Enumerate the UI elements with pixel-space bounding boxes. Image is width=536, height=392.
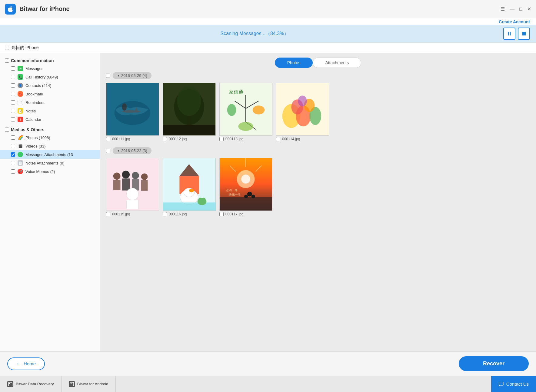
photo-7-checkbox[interactable] (219, 212, 224, 216)
sidebar-item-notes[interactable]: 📝 Notes (0, 107, 100, 115)
date-arrow-2: ▼ (117, 149, 120, 152)
contacts-label: Contacts (414) (25, 83, 51, 88)
notes-attachments-icon: 📄 (18, 160, 23, 166)
svg-rect-1 (510, 32, 511, 35)
voice-memos-checkbox[interactable] (11, 169, 15, 174)
svg-point-50 (241, 174, 250, 184)
create-account-row: Create Account (0, 18, 536, 25)
voice-memos-label: Voice Memos (2) (25, 169, 55, 174)
sidebar-item-voice-memos[interactable]: 🎤 Voice Memos (2) (0, 167, 100, 176)
notes-checkbox[interactable] (11, 109, 15, 113)
videos-checkbox[interactable] (11, 144, 15, 148)
svg-text:快乐一生: 快乐一生 (228, 193, 241, 196)
sidebar-item-messages[interactable]: ✉ Messages (0, 64, 100, 73)
sidebar-item-notes-attachments[interactable]: 📄 Notes Attachments (0) (0, 159, 100, 167)
photo-thumb-2[interactable] (163, 83, 216, 136)
svg-point-57 (251, 195, 255, 198)
date-label-2[interactable]: ▼ 2016-05-22 (3) (113, 147, 151, 154)
photo-thumb-5[interactable] (106, 158, 159, 211)
date-group-1-checkbox[interactable] (106, 74, 110, 78)
photo-label-row-1: 000111.jpg (106, 137, 159, 141)
sidebar-item-videos[interactable]: 🎬 Videos (33) (0, 142, 100, 150)
contact-icon (498, 381, 504, 387)
device-checkbox[interactable] (5, 46, 9, 50)
svg-point-36 (126, 188, 138, 200)
tab-photos[interactable]: Photos (275, 58, 313, 68)
photo-5-checkbox[interactable] (106, 212, 110, 216)
close-button[interactable]: ✕ (527, 6, 531, 12)
svg-rect-61 (9, 383, 10, 384)
photo-thumb-6[interactable] (163, 158, 216, 211)
sidebar-item-messages-attachments[interactable]: 📎 Messages Attachments (13 (0, 150, 100, 159)
bottom-bar: ← Home Recover (0, 351, 536, 376)
photo-thumb-3[interactable]: 家信通 (219, 83, 272, 136)
menu-icon[interactable]: ☰ (501, 6, 505, 12)
photo-thumb-7[interactable]: 运动一乐 快乐一生 (219, 158, 272, 211)
create-account-link[interactable]: Create Account (499, 19, 530, 24)
footer-tab-android[interactable]: Bitwar for Android (62, 376, 116, 392)
tab-bar: Photos Attachments (100, 53, 536, 72)
photo-3-checkbox[interactable] (219, 137, 224, 141)
messages-attachments-checkbox[interactable] (11, 152, 15, 157)
calendar-checkbox[interactable] (11, 117, 15, 121)
svg-point-34 (141, 173, 148, 180)
common-group-checkbox[interactable] (5, 58, 9, 63)
photos-checkbox[interactable] (11, 135, 15, 140)
messages-attachments-label: Messages Attachments (13 (25, 152, 73, 157)
date-label-1[interactable]: ▼ 2016-05-29 (4) (113, 72, 151, 79)
sidebar-item-contacts[interactable]: 👤 Contacts (414) (0, 81, 100, 90)
svg-point-19 (238, 122, 253, 131)
call-history-checkbox[interactable] (11, 75, 15, 79)
sidebar-item-bookmark[interactable]: 🔖 Bookmark (0, 90, 100, 98)
messages-attachments-icon: 📎 (18, 152, 23, 157)
notes-attachments-checkbox[interactable] (11, 161, 15, 165)
pause-button[interactable] (503, 28, 515, 40)
photo-5-filename: 000115.jpg (112, 212, 130, 216)
call-history-icon: 📞 (18, 74, 23, 80)
svg-point-43 (189, 189, 194, 192)
messages-label: Messages (25, 66, 43, 71)
contacts-checkbox[interactable] (11, 83, 15, 88)
svg-rect-54 (220, 197, 272, 211)
svg-point-30 (122, 171, 130, 179)
sidebar-item-calendar[interactable]: 9 Calendar (0, 115, 100, 124)
recover-button[interactable]: Recover (459, 356, 529, 371)
reminders-checkbox[interactable] (11, 100, 15, 105)
contact-us-button[interactable]: Contact Us (491, 376, 536, 392)
svg-point-46 (198, 198, 202, 201)
stop-button[interactable] (518, 28, 530, 40)
main-content: Common information ✉ Messages 📞 Call His… (0, 53, 536, 351)
tab-attachments[interactable]: Attachments (313, 58, 361, 68)
svg-rect-0 (508, 32, 509, 35)
photo-thumb-4[interactable] (276, 83, 329, 136)
minimize-button[interactable]: — (510, 6, 514, 12)
reminders-icon: ⋮⋮ (18, 100, 23, 105)
svg-point-5 (122, 103, 127, 111)
bookmark-checkbox[interactable] (11, 92, 15, 96)
photo-6-checkbox[interactable] (163, 212, 167, 216)
notes-label: Notes (25, 109, 36, 113)
svg-rect-63 (71, 383, 72, 384)
photo-4-checkbox[interactable] (276, 137, 280, 141)
voice-memos-icon: 🎤 (18, 169, 23, 174)
svg-point-26 (298, 96, 307, 107)
svg-point-47 (202, 198, 206, 201)
messages-checkbox[interactable] (11, 66, 15, 71)
medias-group-checkbox[interactable] (5, 128, 9, 132)
sidebar-item-reminders[interactable]: ⋮⋮ Reminders (0, 98, 100, 107)
right-panel: Photos Attachments ▼ 2016-05-29 (4) (100, 53, 536, 351)
date-arrow-1: ▼ (117, 74, 120, 77)
photo-thumb-1[interactable] (106, 83, 159, 136)
contacts-icon: 👤 (18, 83, 23, 88)
photo-label-row-4: 000114.jpg (276, 137, 329, 141)
photo-2-checkbox[interactable] (163, 137, 167, 141)
date-header-2: ▼ 2016-05-22 (3) (106, 147, 530, 154)
home-button[interactable]: ← Home (7, 357, 45, 370)
sidebar-item-photos[interactable]: 🌈 Photos (1998) (0, 133, 100, 142)
photo-1-checkbox[interactable] (106, 137, 110, 141)
date-group-2-checkbox[interactable] (106, 149, 110, 153)
maximize-button[interactable]: □ (519, 6, 522, 12)
sidebar-item-call-history[interactable]: 📞 Call History (6849) (0, 73, 100, 81)
photo-area[interactable]: ▼ 2016-05-29 (4) (100, 72, 536, 351)
footer-tab-data-recovery[interactable]: Bitwar Data Recovery (0, 376, 62, 392)
